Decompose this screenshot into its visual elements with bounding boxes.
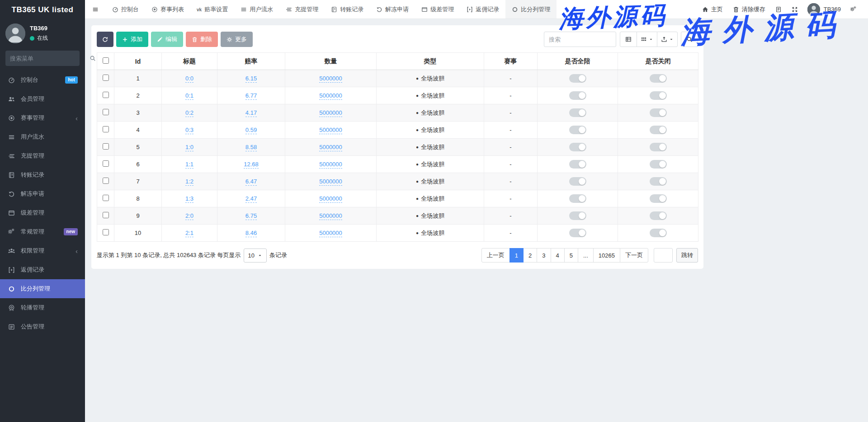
- page-button[interactable]: 1: [509, 248, 524, 263]
- nav-tab[interactable]: 充提管理: [279, 0, 325, 19]
- cell-qty-link[interactable]: 5000000: [319, 178, 342, 186]
- page-button[interactable]: 3: [537, 248, 551, 263]
- sidebar-search-input[interactable]: [10, 55, 90, 62]
- full-odds-toggle[interactable]: [569, 177, 586, 186]
- row-checkbox[interactable]: [103, 75, 109, 81]
- sidebar-item[interactable]: 会员管理: [0, 89, 85, 108]
- nav-tab[interactable]: 转账记录: [325, 0, 370, 19]
- table-search-input[interactable]: [544, 32, 616, 47]
- cell-qty-link[interactable]: 5000000: [319, 92, 342, 100]
- sidebar-item[interactable]: 控制台hot: [0, 70, 85, 89]
- hamburger-button[interactable]: [85, 0, 106, 19]
- page-button[interactable]: 10265: [593, 248, 620, 263]
- cell-qty-link[interactable]: 5000000: [319, 144, 342, 151]
- jump-button[interactable]: 跳转: [676, 248, 698, 263]
- cell-qty-link[interactable]: 5000000: [319, 109, 342, 117]
- search-button[interactable]: [681, 32, 698, 47]
- home-button[interactable]: 主页: [697, 0, 728, 19]
- cell-odds-link[interactable]: 12.68: [244, 161, 259, 169]
- cell-title-link[interactable]: 2:1: [185, 230, 193, 237]
- cell-odds-link[interactable]: 8.46: [245, 230, 257, 237]
- nav-tab[interactable]: 控制台: [106, 0, 145, 19]
- cell-title-link[interactable]: 1:0: [185, 144, 193, 151]
- settings-button[interactable]: [845, 0, 862, 19]
- close-toggle[interactable]: [650, 160, 667, 169]
- cell-title-link[interactable]: 0:0: [185, 75, 193, 83]
- sidebar-item[interactable]: 轮播管理: [0, 298, 85, 317]
- close-toggle[interactable]: [650, 194, 667, 203]
- row-checkbox[interactable]: [103, 195, 109, 201]
- add-button[interactable]: 添加: [116, 32, 148, 47]
- export-button[interactable]: [657, 32, 678, 47]
- close-toggle[interactable]: [650, 126, 667, 134]
- cell-title-link[interactable]: 1:3: [185, 195, 193, 203]
- user-menu[interactable]: TB369: [803, 3, 845, 16]
- cell-title-link[interactable]: 0:3: [185, 127, 193, 134]
- sidebar-item[interactable]: 公告管理: [0, 317, 85, 336]
- nav-tab[interactable]: 级差管理: [415, 0, 460, 19]
- full-odds-toggle[interactable]: [569, 160, 586, 169]
- sidebar-item[interactable]: 比分列管理: [0, 279, 85, 298]
- page-size-dropdown[interactable]: 10: [244, 249, 267, 263]
- nav-tab[interactable]: vk赔率设置: [190, 0, 234, 19]
- full-odds-toggle[interactable]: [569, 229, 586, 237]
- page-button[interactable]: 4: [551, 248, 565, 263]
- nav-tab[interactable]: 用户流水: [234, 0, 279, 19]
- cell-odds-link[interactable]: 6.47: [245, 178, 257, 186]
- full-odds-toggle[interactable]: [569, 194, 586, 203]
- full-odds-toggle[interactable]: [569, 74, 586, 83]
- row-checkbox[interactable]: [103, 109, 109, 115]
- full-odds-toggle[interactable]: [569, 143, 586, 151]
- close-toggle[interactable]: [650, 229, 667, 237]
- cell-title-link[interactable]: 0:1: [185, 92, 193, 100]
- cell-odds-link[interactable]: 6.77: [245, 92, 257, 100]
- row-checkbox[interactable]: [103, 143, 109, 150]
- jump-page-input[interactable]: [654, 248, 673, 263]
- sidebar-item[interactable]: 权限管理‹: [0, 241, 85, 260]
- more-button[interactable]: 更多: [221, 32, 253, 47]
- cell-qty-link[interactable]: 5000000: [319, 212, 342, 220]
- full-odds-toggle[interactable]: [569, 91, 586, 100]
- cell-title-link[interactable]: 0:2: [185, 109, 193, 117]
- next-page-button[interactable]: 下一页: [620, 248, 648, 263]
- cell-title-link[interactable]: 1:2: [185, 178, 193, 186]
- cell-title-link[interactable]: 1:1: [185, 161, 193, 169]
- sidebar-item[interactable]: 赛事管理‹: [0, 108, 85, 127]
- prev-page-button[interactable]: 上一页: [481, 248, 510, 263]
- close-toggle[interactable]: [650, 143, 667, 151]
- close-toggle[interactable]: [650, 211, 667, 220]
- page-button[interactable]: 2: [523, 248, 537, 263]
- sidebar-item[interactable]: 解冻申请: [0, 184, 85, 203]
- row-checkbox[interactable]: [103, 178, 109, 184]
- row-checkbox[interactable]: [103, 92, 109, 98]
- full-odds-toggle[interactable]: [569, 126, 586, 134]
- detail-view-button[interactable]: [620, 32, 637, 47]
- cell-odds-link[interactable]: 2.47: [245, 195, 257, 203]
- page-ellipsis[interactable]: ...: [578, 248, 594, 263]
- user-avatar[interactable]: [5, 23, 25, 43]
- cell-qty-link[interactable]: 5000000: [319, 230, 342, 237]
- row-checkbox[interactable]: [103, 160, 109, 167]
- cell-odds-link[interactable]: 4.17: [245, 109, 257, 117]
- sidebar-item[interactable]: 转账记录: [0, 165, 85, 184]
- cell-odds-link[interactable]: 6.15: [245, 75, 257, 83]
- sidebar-item[interactable]: 级差管理: [0, 203, 85, 222]
- cell-odds-link[interactable]: 0.59: [245, 127, 257, 134]
- cell-qty-link[interactable]: 5000000: [319, 195, 342, 203]
- close-toggle[interactable]: [650, 108, 667, 117]
- close-toggle[interactable]: [650, 177, 667, 186]
- delete-button[interactable]: 删除: [186, 32, 218, 47]
- close-toggle[interactable]: [650, 74, 667, 83]
- cell-qty-link[interactable]: 5000000: [319, 127, 342, 134]
- fullscreen-button[interactable]: [787, 0, 803, 19]
- nav-tab[interactable]: 解冻申请: [370, 0, 415, 19]
- edit-button[interactable]: 编辑: [151, 32, 183, 47]
- full-odds-toggle[interactable]: [569, 211, 586, 220]
- cell-odds-link[interactable]: 8.58: [245, 144, 257, 151]
- cell-qty-link[interactable]: 5000000: [319, 161, 342, 169]
- row-checkbox[interactable]: [103, 212, 109, 218]
- columns-button[interactable]: [637, 32, 657, 47]
- nav-tab[interactable]: 赛事列表: [145, 0, 190, 19]
- clear-cache-button[interactable]: 清除缓存: [728, 0, 770, 19]
- nav-tab[interactable]: 返佣记录: [460, 0, 505, 19]
